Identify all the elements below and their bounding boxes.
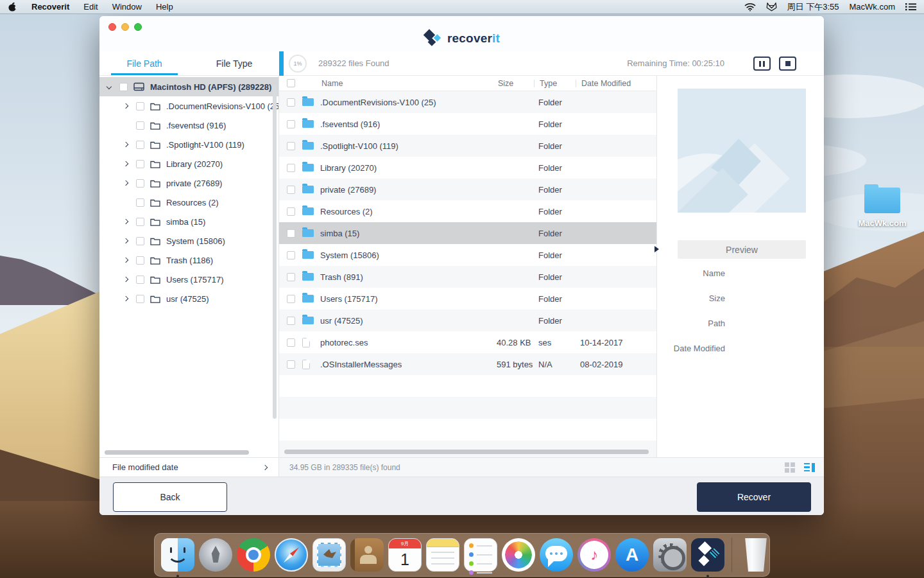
- row-checkbox[interactable]: [287, 120, 295, 128]
- menu-item-window[interactable]: Window: [112, 2, 142, 12]
- sidebar-horizontal-scrollbar[interactable]: [105, 450, 249, 455]
- dock-chrome-icon[interactable]: [237, 538, 270, 572]
- dock-system-preferences-icon[interactable]: [653, 538, 687, 572]
- chevron-right-icon[interactable]: [124, 258, 130, 262]
- row-checkbox[interactable]: [287, 251, 295, 259]
- recover-button[interactable]: Recover: [697, 482, 811, 512]
- dock-reminders-icon[interactable]: [464, 538, 497, 572]
- table-row[interactable]: .fseventsd (916)Folder: [279, 113, 656, 135]
- row-checkbox[interactable]: [287, 295, 295, 303]
- column-header-date[interactable]: Date Modified: [580, 79, 656, 88]
- tree-item[interactable]: .Spotlight-V100 (119): [99, 135, 278, 154]
- table-row[interactable]: .DocumentRevisions-V100 (25)Folder: [279, 91, 656, 113]
- dock-mail-icon[interactable]: [312, 538, 346, 572]
- stop-scan-button[interactable]: [779, 57, 796, 71]
- row-checkbox[interactable]: [287, 317, 295, 325]
- pause-scan-button[interactable]: [753, 57, 771, 71]
- dock-contacts-icon[interactable]: [350, 538, 384, 572]
- table-row[interactable]: Users (175717)Folder: [279, 288, 656, 310]
- tree-checkbox[interactable]: [136, 121, 144, 130]
- close-button[interactable]: [108, 23, 116, 31]
- row-checkbox[interactable]: [287, 338, 295, 347]
- tree-item[interactable]: simba (15): [99, 212, 278, 231]
- tree-checkbox[interactable]: [136, 102, 144, 110]
- row-checkbox[interactable]: [287, 207, 295, 216]
- dock-messages-icon[interactable]: [540, 538, 573, 572]
- fox-status-icon[interactable]: [766, 2, 777, 12]
- chevron-down-icon[interactable]: [107, 85, 114, 89]
- tree-item[interactable]: Users (175717): [99, 270, 278, 289]
- tree-item[interactable]: Trash (1186): [99, 250, 278, 270]
- row-checkbox[interactable]: [287, 229, 295, 238]
- menu-site-text[interactable]: MacWk.com: [850, 2, 896, 12]
- tab-file-type[interactable]: File Type: [189, 51, 279, 75]
- dock-photos-icon[interactable]: [502, 538, 535, 572]
- apple-menu-icon[interactable]: [8, 1, 17, 12]
- tree-checkbox[interactable]: [136, 141, 144, 149]
- tree-checkbox[interactable]: [136, 237, 144, 245]
- dock-trash-icon[interactable]: [739, 538, 773, 572]
- chevron-right-icon[interactable]: [124, 239, 130, 243]
- tree-checkbox[interactable]: [136, 295, 144, 303]
- tree-item-root[interactable]: Macintosh HD (APFS) (289228): [99, 77, 278, 96]
- table-row[interactable]: .Spotlight-V100 (119)Folder: [279, 135, 656, 157]
- table-horizontal-scrollbar[interactable]: [284, 450, 649, 454]
- chevron-right-icon[interactable]: [124, 297, 130, 301]
- chevron-right-icon[interactable]: [124, 143, 130, 146]
- tab-file-path[interactable]: File Path: [99, 51, 189, 75]
- row-checkbox[interactable]: [287, 142, 295, 150]
- back-button[interactable]: Back: [113, 482, 227, 512]
- window-titlebar[interactable]: recoverit: [99, 16, 824, 51]
- column-header-type[interactable]: Type: [538, 79, 580, 88]
- tree-checkbox[interactable]: [136, 160, 144, 168]
- chevron-right-icon[interactable]: [124, 220, 130, 223]
- list-view-icon[interactable]: [804, 463, 815, 472]
- sidebar-vertical-scrollbar[interactable]: [273, 85, 277, 419]
- menu-item-edit[interactable]: Edit: [83, 2, 98, 12]
- table-row[interactable]: System (15806)Folder: [279, 244, 656, 266]
- zoom-button[interactable]: [134, 23, 142, 31]
- tree-checkbox[interactable]: [136, 256, 144, 265]
- column-header-name[interactable]: Name: [320, 79, 497, 88]
- dock-calendar-icon[interactable]: 9月1: [388, 538, 422, 572]
- chevron-right-icon[interactable]: [124, 181, 130, 185]
- table-row-selected[interactable]: simba (15)Folder: [279, 222, 656, 244]
- row-checkbox[interactable]: [287, 360, 295, 369]
- menu-app-name[interactable]: Recoverit: [31, 2, 69, 12]
- row-checkbox[interactable]: [287, 98, 295, 107]
- table-row[interactable]: Library (20270)Folder: [279, 157, 656, 179]
- dock-itunes-icon[interactable]: ♪: [578, 538, 611, 572]
- tree-item[interactable]: private (27689): [99, 173, 278, 193]
- chevron-right-icon[interactable]: [124, 162, 130, 166]
- file-modified-date-row[interactable]: File modified date: [99, 457, 278, 477]
- wifi-icon[interactable]: [744, 3, 756, 12]
- table-row[interactable]: Resources (2)Folder: [279, 200, 656, 222]
- dock-notes-icon[interactable]: [426, 538, 459, 572]
- tree-item[interactable]: Library (20270): [99, 154, 278, 173]
- table-row[interactable]: photorec.ses40.28 KBses10-14-2017: [279, 331, 656, 353]
- preview-expander-arrow[interactable]: [654, 246, 659, 252]
- row-checkbox[interactable]: [287, 273, 295, 281]
- tree-checkbox[interactable]: [136, 218, 144, 226]
- chevron-right-icon[interactable]: [124, 104, 130, 108]
- dock-recoverit-icon[interactable]: [691, 538, 724, 572]
- tree-item[interactable]: .fseventsd (916): [99, 116, 278, 135]
- tree-checkbox[interactable]: [136, 276, 144, 284]
- row-checkbox[interactable]: [287, 186, 295, 194]
- select-all-checkbox[interactable]: [287, 79, 295, 87]
- tree-item[interactable]: System (15806): [99, 231, 278, 250]
- table-row[interactable]: private (27689)Folder: [279, 179, 656, 200]
- notification-list-icon[interactable]: [905, 3, 916, 11]
- table-row[interactable]: .OSInstallerMessages591 bytesN/A08-02-20…: [279, 353, 656, 375]
- preview-button[interactable]: Preview: [678, 240, 806, 259]
- grid-view-icon[interactable]: [785, 462, 795, 473]
- tree-item[interactable]: .DocumentRevisions-V100 (25): [99, 96, 278, 116]
- dock-finder-icon[interactable]: [161, 538, 194, 572]
- tree-checkbox[interactable]: [119, 83, 128, 91]
- menu-item-help[interactable]: Help: [156, 2, 173, 12]
- row-checkbox[interactable]: [287, 164, 295, 172]
- dock-appstore-icon[interactable]: A: [615, 538, 649, 572]
- desktop-folder-macwk[interactable]: MacWk.com: [847, 188, 918, 228]
- column-header-size[interactable]: Size: [497, 79, 538, 88]
- minimize-button[interactable]: [121, 23, 129, 31]
